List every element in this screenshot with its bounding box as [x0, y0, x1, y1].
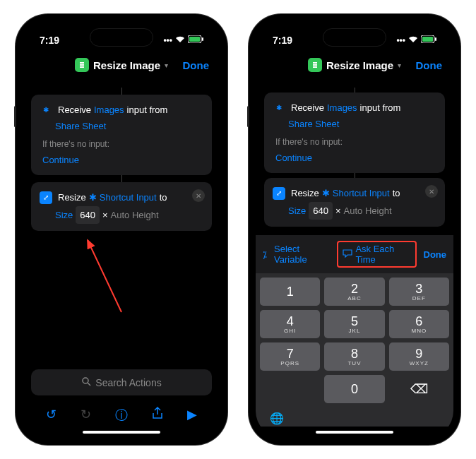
- chevron-down-icon: ▾: [398, 61, 401, 69]
- numeric-keypad: 1 2ABC 3DEF 4GHI 5JKL 6MNO 7PQRS 8TUV 9W…: [256, 273, 453, 407]
- key-2[interactable]: 2ABC: [324, 278, 384, 306]
- continue-link[interactable]: Continue: [275, 150, 312, 166]
- share-sheet-link[interactable]: Share Sheet: [55, 118, 106, 134]
- key-1[interactable]: 1: [260, 278, 320, 306]
- variable-icon: ✱: [89, 189, 97, 205]
- images-link[interactable]: Images: [94, 102, 124, 118]
- share-sheet-link[interactable]: Share Sheet: [288, 116, 339, 132]
- connector-line: [355, 88, 355, 93]
- no-input-label: If there's no input:: [42, 139, 203, 149]
- search-placeholder: Search Actions: [95, 377, 161, 388]
- content-area: ✱ Receive Images input from Share Sheet …: [256, 79, 453, 235]
- times-label: ×: [335, 203, 341, 219]
- key-9[interactable]: 9WXYZ: [389, 342, 449, 371]
- share-button[interactable]: [152, 407, 163, 424]
- globe-icon[interactable]: 🌐: [270, 412, 284, 425]
- resize-icon: ⤢: [40, 191, 52, 204]
- done-button[interactable]: Done: [416, 59, 443, 71]
- home-indicator[interactable]: [316, 431, 393, 434]
- status-time: 7:19: [273, 35, 292, 46]
- size-value[interactable]: 640: [309, 202, 333, 220]
- chevron-down-icon: ▾: [165, 61, 168, 69]
- page-title: Resize Image: [93, 59, 160, 71]
- status-time: 7:19: [40, 35, 59, 46]
- resize-card[interactable]: ✕ ⤢ Resize ✱ Shortcut Input to Size 640 …: [264, 178, 445, 227]
- phone-left: 7:19 ••• Resize Image ▾ Done: [16, 14, 227, 445]
- size-value[interactable]: 640: [76, 206, 100, 224]
- resize-card[interactable]: ✕ ⤢ Resize ✱ Shortcut Input to Size 640 …: [31, 182, 212, 231]
- battery-icon: [421, 35, 436, 45]
- svg-rect-8: [435, 37, 436, 41]
- header: Resize Image ▾ Done: [256, 51, 453, 79]
- home-indicator[interactable]: [83, 431, 160, 434]
- size-link[interactable]: Size: [288, 203, 306, 219]
- shortcut-app-icon: [75, 58, 89, 72]
- images-link[interactable]: Images: [327, 100, 357, 116]
- times-label: ×: [102, 207, 108, 223]
- search-actions-bar[interactable]: Search Actions: [31, 369, 212, 395]
- select-variable-button[interactable]: Select Variable: [274, 244, 330, 265]
- signal-icon: •••: [163, 35, 172, 45]
- connector-line: [355, 173, 355, 178]
- content-area: ✱ Receive Images input from Share Sheet …: [23, 79, 220, 369]
- key-5[interactable]: 5JKL: [324, 310, 384, 338]
- keyboard-accessory-bar: ⁒ Select Variable Ask Each Time Done: [256, 235, 453, 273]
- to-label: to: [160, 189, 167, 205]
- page-title: Resize Image: [326, 59, 393, 71]
- auto-height-label[interactable]: Auto Height: [344, 203, 392, 219]
- resize-icon: ⤢: [273, 187, 285, 200]
- connector-line: [121, 175, 122, 182]
- variable-toggle-icon[interactable]: ⁒: [263, 249, 267, 260]
- input-from-label: input from: [127, 102, 168, 118]
- svg-rect-2: [202, 37, 203, 41]
- dynamic-island: [323, 28, 386, 47]
- key-0[interactable]: 0: [324, 375, 384, 403]
- ask-icon: [343, 249, 352, 260]
- key-7[interactable]: 7PQRS: [260, 342, 320, 371]
- key-4[interactable]: 4GHI: [260, 310, 320, 338]
- svg-rect-1: [189, 37, 200, 42]
- undo-button[interactable]: ↺: [46, 407, 56, 424]
- screen: 7:19 ••• Resize Image ▾ Done: [23, 21, 220, 438]
- connector-line: [121, 88, 122, 95]
- keyboard-done-button[interactable]: Done: [424, 249, 447, 260]
- continue-link[interactable]: Continue: [42, 152, 79, 168]
- info-button[interactable]: ⓘ: [115, 407, 128, 424]
- variable-icon: ✱: [322, 185, 330, 201]
- dynamic-island: [90, 28, 153, 47]
- key-backspace[interactable]: ⌫: [389, 375, 449, 403]
- search-icon: [81, 376, 91, 388]
- svg-line-5: [88, 383, 90, 386]
- done-button[interactable]: Done: [183, 59, 210, 71]
- signal-icon: •••: [396, 35, 405, 45]
- receive-card[interactable]: ✱ Receive Images input from Share Sheet …: [264, 93, 445, 173]
- receive-label: Receive: [291, 100, 324, 116]
- keyboard-bottom-bar: 🌐 🎤: [256, 407, 453, 427]
- wifi-icon: [175, 35, 185, 45]
- phone-right: 7:19 ••• Resize Image ▾ Done: [249, 14, 460, 445]
- play-button[interactable]: ▶: [187, 407, 197, 424]
- screen: 7:19 ••• Resize Image ▾ Done: [256, 21, 453, 438]
- svg-rect-7: [422, 37, 433, 42]
- shortcut-input-link[interactable]: Shortcut Input: [333, 185, 390, 201]
- header-title-group[interactable]: Resize Image ▾: [308, 58, 401, 72]
- receive-icon: ✱: [40, 104, 52, 117]
- key-3[interactable]: 3DEF: [389, 278, 449, 306]
- input-from-label: input from: [360, 100, 401, 116]
- ask-each-time-label: Ask Each Time: [355, 244, 410, 265]
- to-label: to: [393, 185, 400, 201]
- toolbar: ↺ ↻ ⓘ ▶: [23, 401, 220, 427]
- auto-height-label[interactable]: Auto Height: [111, 207, 159, 223]
- size-link[interactable]: Size: [55, 207, 73, 223]
- ask-each-time-button[interactable]: Ask Each Time: [337, 241, 416, 268]
- header-title-group[interactable]: Resize Image ▾: [75, 58, 168, 72]
- no-input-label: If there's no input:: [275, 137, 436, 147]
- key-8[interactable]: 8TUV: [324, 342, 384, 371]
- key-6[interactable]: 6MNO: [389, 310, 449, 338]
- shortcut-input-link[interactable]: Shortcut Input: [100, 189, 157, 205]
- key-blank: [260, 375, 320, 403]
- header: Resize Image ▾ Done: [23, 51, 220, 79]
- shortcut-app-icon: [308, 58, 322, 72]
- receive-card[interactable]: ✱ Receive Images input from Share Sheet …: [31, 95, 212, 175]
- resize-label: Resize: [58, 189, 86, 205]
